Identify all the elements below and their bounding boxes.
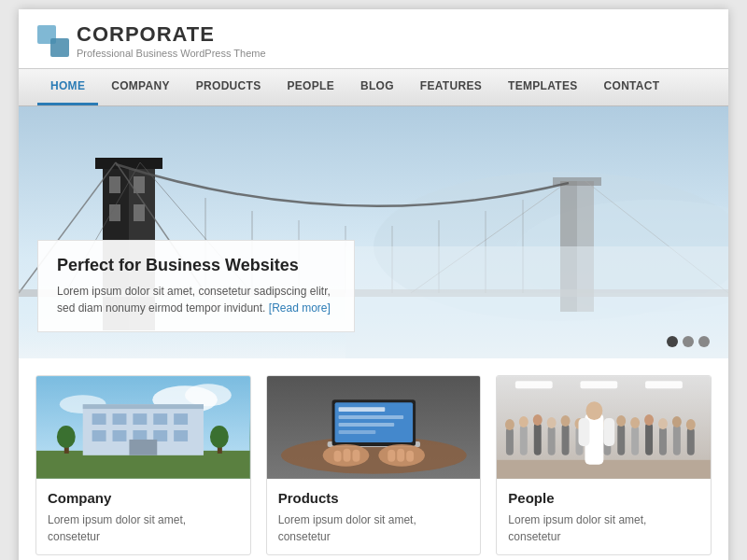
nav-link-company[interactable]: COMPANY: [98, 69, 183, 103]
svg-rect-97: [645, 423, 653, 455]
svg-point-102: [672, 416, 682, 427]
main-nav: HOME COMPANY PRODUCTS PEOPLE BLOG FEATUR…: [19, 68, 728, 106]
card-products: Products Lorem ipsum dolor sit amet, con…: [266, 375, 482, 555]
nav-link-features[interactable]: FEATURES: [407, 69, 495, 103]
svg-rect-103: [687, 427, 695, 455]
hero-read-more-link[interactable]: [Read more]: [269, 301, 331, 315]
nav-link-people[interactable]: PEOPLE: [275, 69, 347, 103]
svg-point-80: [519, 416, 529, 427]
svg-rect-62: [338, 423, 394, 427]
svg-rect-74: [581, 381, 618, 388]
svg-rect-46: [113, 430, 127, 441]
svg-rect-1: [50, 38, 69, 57]
page-wrapper: CORPORATE Professional Business WordPres…: [19, 9, 728, 560]
hero-title: Perfect for Business Websites: [57, 256, 335, 275]
svg-rect-49: [174, 430, 188, 441]
site-header: CORPORATE Professional Business WordPres…: [19, 9, 728, 68]
card-people-body: People Lorem ipsum dolor sit amet, conse…: [497, 479, 711, 554]
hero-body: Lorem ipsum dolor sit amet, consetetur s…: [57, 283, 335, 316]
svg-rect-10: [109, 176, 120, 193]
svg-rect-108: [604, 418, 615, 446]
hero-section: Perfect for Business Websites Lorem ipsu…: [19, 106, 728, 358]
svg-rect-42: [133, 413, 147, 425]
svg-rect-69: [406, 451, 414, 462]
card-company-desc: Lorem ipsum dolor sit amet, consetetur: [48, 511, 239, 545]
logo-icon: [37, 25, 69, 57]
nav-item-templates[interactable]: TEMPLATES: [495, 69, 590, 105]
svg-rect-50: [129, 440, 157, 455]
svg-rect-101: [673, 425, 681, 455]
card-company: Company Lorem ipsum dolor sit amet, cons…: [35, 375, 251, 555]
hero-text-box: Perfect for Business Websites Lorem ipsu…: [37, 240, 355, 332]
nav-item-people[interactable]: PEOPLE: [275, 69, 347, 105]
nav-item-blog[interactable]: BLOG: [347, 69, 407, 105]
card-products-desc: Lorem ipsum dolor sit amet, consetetur: [278, 511, 470, 545]
svg-point-94: [617, 415, 627, 427]
svg-point-35: [185, 384, 232, 406]
svg-point-98: [644, 414, 654, 426]
nav-link-contact[interactable]: CONTACT: [591, 69, 673, 103]
svg-point-106: [586, 401, 603, 420]
svg-rect-67: [343, 449, 350, 462]
svg-rect-107: [579, 418, 590, 446]
svg-rect-61: [338, 415, 403, 419]
svg-rect-75: [645, 381, 683, 388]
nav-list: HOME COMPANY PRODUCTS PEOPLE BLOG FEATUR…: [37, 69, 710, 105]
nav-item-home[interactable]: HOME: [37, 69, 98, 105]
svg-rect-45: [92, 430, 106, 441]
site-subtitle: Professional Business WordPress Theme: [77, 48, 266, 59]
card-products-body: Products Lorem ipsum dolor sit amet, con…: [267, 479, 481, 554]
svg-rect-41: [113, 413, 127, 425]
hero-dot-1[interactable]: [667, 336, 678, 347]
svg-rect-79: [520, 425, 528, 455]
svg-rect-63: [338, 430, 375, 434]
card-people-desc: Lorem ipsum dolor sit amet, consetetur: [508, 511, 699, 545]
cards-section: Company Lorem ipsum dolor sit amet, cons…: [19, 358, 728, 560]
svg-rect-95: [632, 426, 640, 455]
svg-rect-44: [174, 413, 188, 425]
svg-rect-85: [562, 424, 570, 455]
svg-rect-77: [506, 427, 514, 455]
nav-item-contact[interactable]: CONTACT: [591, 69, 673, 105]
nav-link-products[interactable]: PRODUCTS: [183, 69, 275, 103]
svg-rect-13: [134, 204, 145, 221]
svg-point-86: [561, 415, 571, 427]
hero-dot-2[interactable]: [683, 336, 694, 347]
nav-link-home[interactable]: HOME: [37, 69, 98, 105]
svg-point-82: [533, 414, 543, 426]
hero-dot-3[interactable]: [698, 336, 710, 347]
svg-rect-40: [92, 413, 106, 425]
svg-point-104: [686, 419, 696, 430]
svg-rect-81: [534, 423, 542, 455]
nav-item-company[interactable]: COMPANY: [98, 69, 183, 105]
svg-rect-83: [548, 426, 556, 455]
svg-rect-73: [515, 381, 553, 388]
svg-rect-66: [333, 451, 341, 462]
card-products-title: Products: [278, 490, 470, 506]
svg-point-78: [505, 419, 514, 430]
svg-rect-71: [388, 450, 395, 462]
svg-point-54: [210, 426, 229, 448]
svg-rect-99: [659, 427, 667, 455]
card-people-image: [497, 376, 711, 479]
card-products-image: [267, 376, 481, 479]
svg-point-100: [658, 418, 668, 429]
nav-link-templates[interactable]: TEMPLATES: [495, 69, 590, 103]
svg-rect-39: [83, 404, 204, 409]
svg-rect-68: [352, 450, 359, 462]
logo-text-block: CORPORATE Professional Business WordPres…: [77, 22, 266, 59]
site-title: CORPORATE: [77, 22, 266, 47]
svg-rect-76: [497, 460, 711, 479]
nav-item-features[interactable]: FEATURES: [407, 69, 495, 105]
card-people: People Lorem ipsum dolor sit amet, conse…: [496, 375, 712, 555]
nav-link-blog[interactable]: BLOG: [347, 69, 407, 103]
nav-item-products[interactable]: PRODUCTS: [183, 69, 275, 105]
card-people-title: People: [508, 490, 699, 506]
svg-point-84: [547, 417, 557, 428]
svg-point-52: [57, 426, 76, 448]
svg-rect-70: [397, 449, 404, 462]
card-company-image: [36, 376, 250, 479]
svg-point-96: [631, 417, 641, 428]
card-company-body: Company Lorem ipsum dolor sit amet, cons…: [36, 479, 250, 554]
hero-dots: [667, 336, 710, 347]
